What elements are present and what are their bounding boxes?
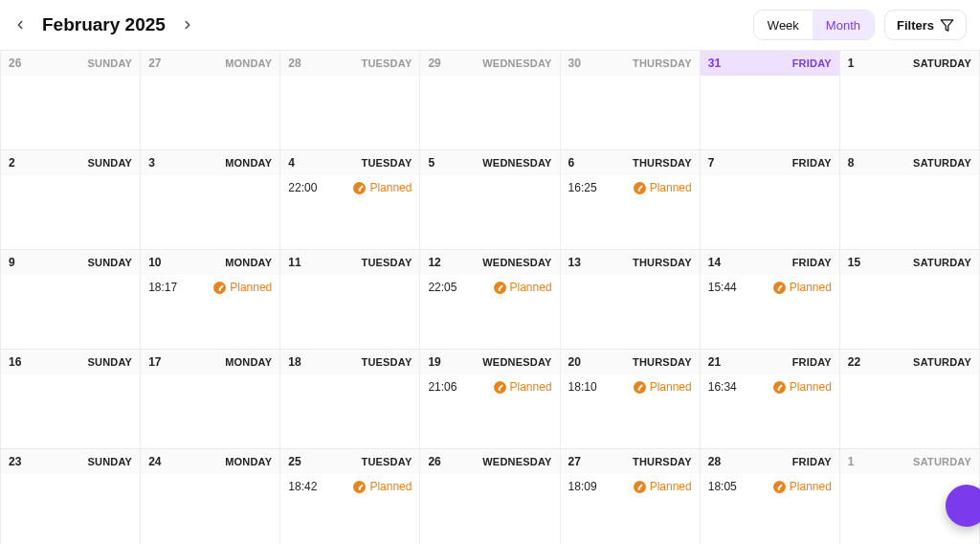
day-number: 24 [148,455,161,468]
day-cell[interactable]: 20THURSDAY18:10Planned [561,350,701,449]
day-cell[interactable]: 5WEDNESDAY [420,150,560,250]
event-time: 22:05 [428,281,457,294]
day-cell[interactable]: 18TUESDAY [280,350,420,449]
event-status-label: Planned [369,480,412,493]
day-cell[interactable]: 23SUNDAY [1,449,141,544]
day-number: 31 [708,57,721,70]
day-body [840,374,979,448]
day-cell[interactable]: 29WEDNESDAY [420,51,560,150]
day-cell[interactable]: 6THURSDAY16:25Planned [561,150,701,250]
day-name: THURSDAY [633,157,692,169]
calendar-event[interactable]: 18:05Planned [708,480,832,493]
event-status-label: Planned [650,380,692,394]
day-body [141,474,279,544]
day-name: FRIDAY [792,456,832,467]
filters-button[interactable]: Filters [884,10,967,40]
day-cell[interactable]: 4TUESDAY22:00Planned [280,150,420,250]
day-header: 26WEDNESDAY [420,449,559,474]
day-number: 16 [9,355,21,369]
day-body [561,275,700,349]
calendar-event[interactable]: 22:00Planned [288,181,412,194]
calendar-event[interactable]: 18:17Planned [148,281,272,294]
day-cell[interactable]: 7FRIDAY [701,150,840,250]
day-header: 24MONDAY [141,449,279,474]
calendar-event[interactable]: 21:06Planned [428,380,551,394]
day-cell[interactable]: 27MONDAY [141,51,280,150]
calendar-event[interactable]: 16:25Planned [568,181,692,194]
day-cell[interactable]: 2SUNDAY [1,150,141,250]
day-body [420,76,559,149]
day-cell[interactable]: 26SUNDAY [1,51,141,150]
day-name: FRIDAY [792,157,832,169]
event-status-label: Planned [230,281,272,294]
day-cell[interactable]: 28TUESDAY [280,51,420,150]
calendar-event[interactable]: 18:10Planned [568,380,692,394]
day-name: SATURDAY [913,356,971,368]
day-number: 14 [708,256,721,269]
clock-icon [773,481,786,493]
event-status: Planned [773,281,832,294]
day-name: WEDNESDAY [482,456,551,467]
day-header: 15SATURDAY [840,250,979,275]
day-cell[interactable]: 9SUNDAY [1,250,141,350]
calendar-header: February 2025 Week Month Filters [0,0,980,50]
event-time: 21:06 [428,380,457,394]
day-number: 26 [9,57,21,70]
event-status-label: Planned [790,480,832,493]
calendar-event[interactable]: 16:34Planned [708,380,832,394]
day-cell[interactable]: 26WEDNESDAY [420,449,560,544]
day-cell[interactable]: 17MONDAY [141,350,280,449]
day-cell[interactable]: 25TUESDAY18:42Planned [280,449,420,544]
day-name: TUESDAY [361,456,412,467]
day-cell[interactable]: 13THURSDAY [561,250,701,350]
day-cell[interactable]: 10MONDAY18:17Planned [141,250,280,350]
day-cell[interactable]: 21FRIDAY16:34Planned [701,350,840,449]
day-name: FRIDAY [792,257,832,268]
day-cell[interactable]: 28FRIDAY18:05Planned [701,449,840,544]
day-cell[interactable]: 1SATURDAY [840,51,980,150]
day-header: 3MONDAY [141,150,279,175]
day-cell[interactable]: 3MONDAY [141,150,280,250]
day-name: SATURDAY [913,57,971,69]
calendar-event[interactable]: 15:44Planned [708,281,832,294]
event-time: 18:10 [568,380,597,394]
day-name: TUESDAY [361,57,412,69]
header-left: February 2025 [8,12,200,37]
next-month-button[interactable] [175,12,200,37]
calendar-event[interactable]: 22:05Planned [428,281,551,294]
day-cell[interactable]: 14FRIDAY15:44Planned [701,250,840,350]
day-cell[interactable]: 8SATURDAY [840,150,980,250]
calendar-event[interactable]: 18:09Planned [568,480,692,493]
prev-month-button[interactable] [8,12,33,37]
event-time: 16:25 [568,181,597,194]
view-week-button[interactable]: Week [754,11,813,39]
add-fab-button[interactable] [946,485,980,527]
month-title: February 2025 [42,14,166,35]
day-name: SATURDAY [913,157,971,169]
event-time: 15:44 [708,281,737,294]
view-month-button[interactable]: Month [813,11,874,39]
day-cell[interactable]: 31FRIDAY [701,51,840,150]
day-cell[interactable]: 12WEDNESDAY22:05Planned [420,250,560,350]
day-cell[interactable]: 15SATURDAY [840,250,980,350]
day-body [1,474,140,544]
day-name: WEDNESDAY [482,257,551,268]
day-header: 21FRIDAY [701,350,839,374]
clock-icon [213,282,226,294]
day-cell[interactable]: 22SATURDAY [840,350,980,449]
day-cell[interactable]: 27THURSDAY18:09Planned [561,449,701,544]
event-status-label: Planned [650,181,692,194]
day-cell[interactable]: 19WEDNESDAY21:06Planned [420,350,560,449]
day-cell[interactable]: 11TUESDAY [280,250,420,350]
day-cell[interactable]: 24MONDAY [141,449,280,544]
event-status-label: Planned [369,181,412,194]
day-header: 1SATURDAY [840,51,979,76]
day-cell[interactable]: 16SUNDAY [1,350,141,449]
day-name: SUNDAY [88,257,133,268]
calendar-event[interactable]: 18:42Planned [288,480,412,493]
day-header: 1SATURDAY [840,449,979,474]
day-cell[interactable]: 30THURSDAY [561,51,701,150]
day-name: SATURDAY [913,456,971,467]
day-number: 8 [848,156,855,170]
day-header: 22SATURDAY [840,350,979,374]
